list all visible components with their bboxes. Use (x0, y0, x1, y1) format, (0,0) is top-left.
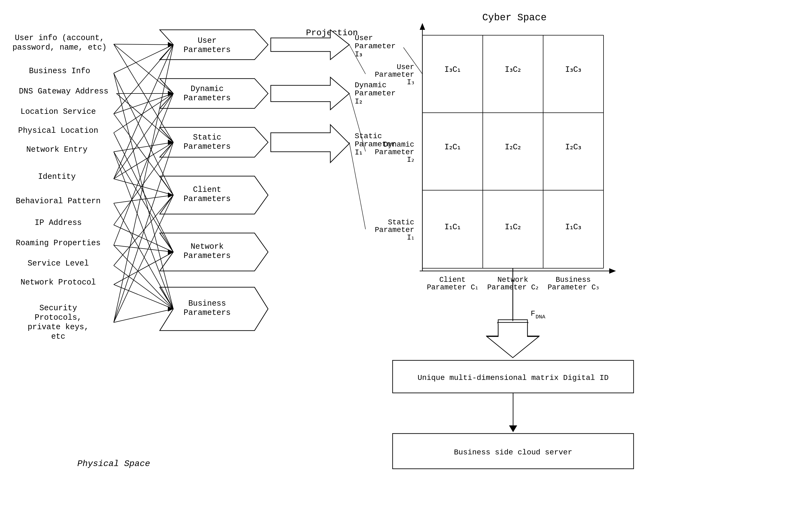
svg-text:Parameter C₁: Parameter C₁ (427, 283, 478, 292)
svg-text:I₃: I₃ (355, 50, 362, 58)
svg-text:Dynamic: Dynamic (191, 85, 224, 94)
svg-marker-21 (160, 79, 268, 108)
svg-text:Parameters: Parameters (184, 94, 231, 103)
svg-text:I₁: I₁ (355, 148, 362, 157)
svg-text:Parameter: Parameter (375, 148, 414, 156)
svg-text:Network: Network (191, 242, 224, 251)
svg-text:Parameters: Parameters (184, 308, 231, 317)
svg-text:Protocols,: Protocols, (35, 313, 82, 322)
svg-text:Parameters: Parameters (184, 45, 231, 54)
svg-text:Static: Static (388, 219, 414, 226)
svg-text:Network Entry: Network Entry (26, 145, 87, 154)
svg-text:Parameter: Parameter (355, 89, 395, 98)
svg-text:I₂C₂: I₂C₂ (505, 142, 521, 152)
svg-text:I₂: I₂ (407, 156, 414, 164)
svg-text:I₃C₃: I₃C₃ (565, 65, 581, 74)
svg-text:Dynamic: Dynamic (384, 141, 414, 149)
diagram: Cyber Space Physical Space User info (ac… (0, 0, 812, 530)
svg-text:Client: Client (193, 185, 221, 194)
cyber-space-label: Cyber Space (482, 12, 547, 23)
svg-text:Business Info: Business Info (29, 67, 90, 75)
svg-text:Static: Static (193, 133, 221, 142)
svg-text:Network Protocol: Network Protocol (20, 278, 96, 287)
svg-text:Identity: Identity (38, 172, 75, 181)
svg-text:Parameter: Parameter (355, 42, 395, 51)
svg-text:Client: Client (439, 276, 465, 284)
svg-text:Dynamic: Dynamic (355, 81, 387, 89)
svg-text:Security: Security (39, 304, 77, 313)
svg-text:IP Address: IP Address (35, 219, 82, 227)
svg-text:Parameter C₃: Parameter C₃ (548, 283, 599, 292)
svg-text:DNS Gateway Address: DNS Gateway Address (19, 87, 108, 96)
svg-text:Business side cloud server: Business side cloud server (454, 448, 572, 457)
svg-text:I₃C₂: I₃C₂ (505, 65, 521, 74)
svg-text:User info (account,: User info (account, (15, 33, 104, 43)
svg-text:Physical Location: Physical Location (18, 126, 98, 135)
svg-text:I₃: I₃ (407, 78, 414, 86)
svg-text:Parameters: Parameters (184, 142, 231, 151)
svg-text:Parameter: Parameter (375, 226, 414, 234)
svg-text:I₁C₃: I₁C₃ (565, 222, 581, 232)
svg-text:I₃C₁: I₃C₁ (444, 65, 461, 74)
svg-text:Service Level: Service Level (28, 259, 89, 268)
svg-text:Roaming Properties: Roaming Properties (16, 239, 100, 248)
diagram-svg: Cyber Space Physical Space User info (ac… (0, 0, 812, 530)
svg-text:DNA: DNA (536, 314, 545, 320)
svg-text:Location Service: Location Service (20, 107, 96, 116)
svg-text:User: User (355, 34, 373, 42)
svg-text:Parameters: Parameters (184, 251, 231, 261)
svg-text:Behavioral Pattern: Behavioral Pattern (16, 197, 100, 206)
physical-space-label: Physical Space (77, 459, 150, 469)
svg-text:etc: etc (51, 332, 65, 341)
svg-text:password, name, etc): password, name, etc) (13, 43, 107, 52)
svg-text:private keys,: private keys, (28, 323, 89, 332)
svg-text:I₂: I₂ (355, 97, 362, 106)
svg-text:User: User (198, 36, 217, 45)
svg-text:User: User (397, 63, 414, 71)
svg-text:F: F (531, 309, 535, 318)
svg-text:Unique multi-dimensional matri: Unique multi-dimensional matrix Digital … (418, 374, 609, 382)
svg-text:I₂C₃: I₂C₃ (565, 142, 581, 152)
svg-text:I₁C₂: I₁C₂ (505, 222, 521, 232)
svg-text:Static: Static (355, 132, 382, 140)
svg-text:Parameter: Parameter (375, 71, 414, 79)
svg-text:Parameters: Parameters (184, 195, 231, 204)
svg-text:Business: Business (188, 299, 226, 308)
svg-text:I₁: I₁ (407, 234, 414, 242)
svg-text:Business: Business (555, 276, 591, 284)
svg-text:I₁C₁: I₁C₁ (444, 222, 461, 232)
svg-text:I₂C₁: I₂C₁ (444, 142, 461, 152)
